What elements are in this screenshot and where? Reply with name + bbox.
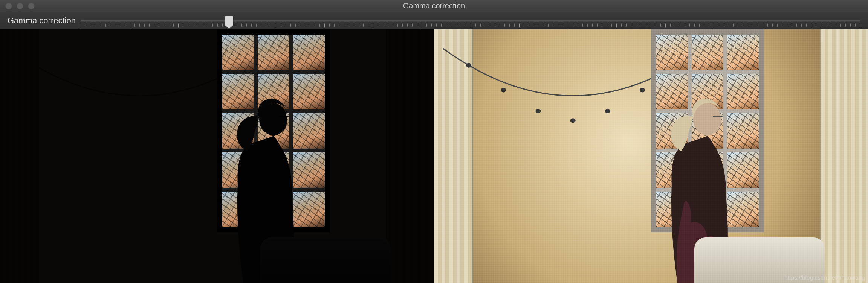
window-title: Gamma correction	[0, 2, 868, 10]
slider-track	[81, 20, 860, 21]
slider-label: Gamma correction	[8, 16, 76, 26]
slider-bar: Gamma correction	[0, 12, 868, 29]
image-comparison: https://blog.csdn.net/hhaowang	[0, 29, 868, 283]
svg-point-0	[466, 63, 471, 68]
titlebar: Gamma correction	[0, 0, 868, 12]
svg-point-2	[536, 109, 541, 113]
maximize-icon[interactable]	[28, 3, 35, 9]
app-window: Gamma correction Gamma correction	[0, 0, 868, 283]
svg-point-3	[570, 119, 576, 123]
corrected-image	[434, 29, 868, 283]
gamma-slider[interactable]	[81, 12, 860, 29]
original-image	[0, 29, 434, 283]
svg-point-1	[501, 88, 506, 93]
slider-ticks	[81, 24, 860, 27]
window-controls	[0, 3, 35, 9]
close-icon[interactable]	[5, 3, 12, 9]
minimize-icon[interactable]	[17, 3, 23, 9]
slider-thumb[interactable]	[225, 16, 233, 26]
svg-point-4	[605, 109, 610, 113]
svg-point-5	[640, 88, 645, 93]
